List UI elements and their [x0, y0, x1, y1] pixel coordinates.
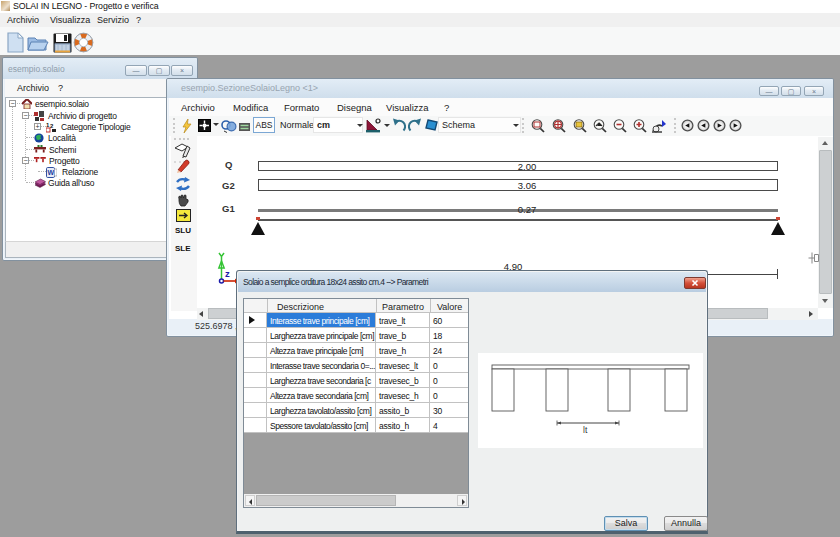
- svg-text:2: 2: [50, 123, 54, 129]
- svg-text:W: W: [48, 169, 55, 176]
- svg-text:lt: lt: [583, 425, 588, 435]
